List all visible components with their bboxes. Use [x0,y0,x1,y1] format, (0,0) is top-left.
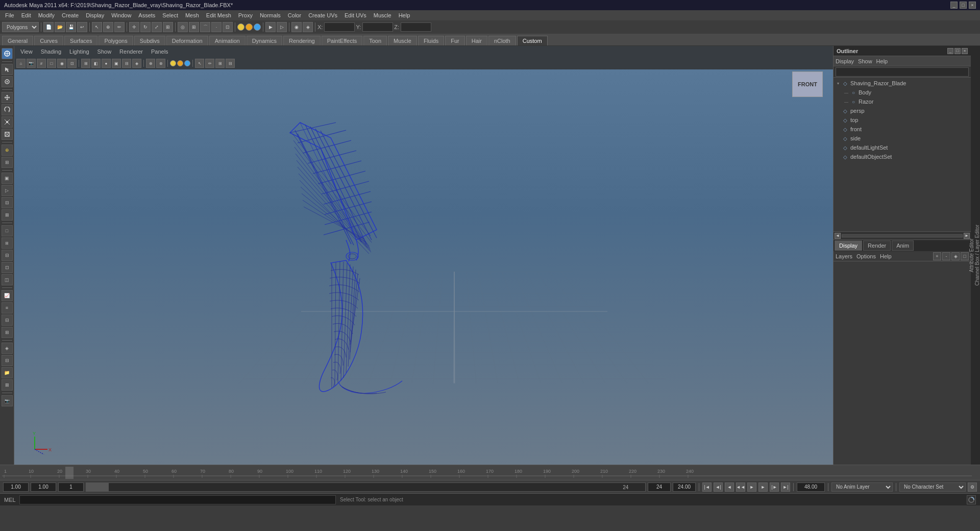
soft-select[interactable]: ◎ [178,22,188,32]
vp-menu-shading[interactable]: Shading [38,47,64,56]
new-file-button[interactable]: 📄 [43,22,54,32]
outliner-float[interactable]: □ [954,48,961,54]
tab-fur[interactable]: Fur [445,36,465,45]
vp-hardware-tex[interactable]: ⊟ [122,59,131,68]
outliner-item-object-set[interactable]: ◇ defaultObjectSet [834,152,971,161]
attribute-editor-label[interactable]: Attribute Editor [969,236,974,274]
next-keyframe-btn[interactable]: |► [770,482,779,492]
snap-curve[interactable]: ⌒ [200,22,210,32]
vr-btn[interactable]: ⊟ [2,197,13,208]
camera-seq-btn[interactable]: ⊞ [2,327,13,338]
outliner-item-razor-blade[interactable]: ▾ ◇ Shaving_Razor_Blade [834,79,971,88]
menu-display[interactable]: Display [83,11,107,19]
render-view-btn[interactable]: ▣ [2,173,13,184]
vp-smooth-btn[interactable]: ◉ [57,59,66,68]
outliner-scroll-track[interactable] [842,234,963,237]
workspace-icon[interactable] [2,48,13,59]
tab-fluids[interactable]: Fluids [418,36,444,45]
side-by-side-btn[interactable]: ⊟ [2,250,13,261]
outliner-show-menu[interactable]: Show [858,58,872,64]
cb-new-layer-btn[interactable]: + [933,252,941,260]
mode-dropdown[interactable]: Polygons [2,22,39,32]
ipr-render-btn[interactable]: ▷ [2,185,13,196]
color-orb-orange[interactable] [246,23,253,31]
tab-polygons[interactable]: Polygons [99,36,133,45]
outliner-item-body[interactable]: — ○ Body [834,88,971,97]
z-field[interactable] [401,22,431,32]
vp-wireframe-shade[interactable]: ⊞ [81,59,90,68]
current-frame-field[interactable] [58,482,84,492]
timeline-ruler[interactable]: 1 10 20 30 40 50 60 70 80 90 100 110 120… [0,465,980,480]
character-set-dropdown[interactable]: No Character Set [899,482,966,492]
command-input[interactable] [19,495,336,504]
dope-sheet-btn[interactable]: ≡ [2,302,13,313]
cb-tab-display[interactable]: Display [835,240,862,251]
cb-delete-layer-btn[interactable]: - [942,252,950,260]
vp-ambient-occ[interactable]: ◈ [132,59,141,68]
expand-icon-razor[interactable]: ▾ [836,81,841,86]
step-back-btn[interactable]: ◄ [725,482,734,492]
universal-manip[interactable]: ⊞ [163,22,173,32]
menu-modify[interactable]: Modify [35,11,58,19]
tab-painteffects[interactable]: PaintEffects [322,36,363,45]
single-view-btn[interactable]: □ [2,225,13,236]
vp-context-btn[interactable]: ⊞ [215,59,225,68]
view-cube-label[interactable]: FRONT [792,71,823,97]
undo-button[interactable]: ↩ [77,22,87,32]
prev-keyframe-btn[interactable]: ◄| [714,482,723,492]
rotate-btn[interactable] [2,104,13,115]
range-end-field[interactable] [648,482,671,492]
vp-texture-btn[interactable]: ▣ [112,59,121,68]
outliner-help-menu[interactable]: Help [876,58,888,64]
vp-home-btn[interactable]: ⌂ [16,59,26,68]
anim-layer-dropdown[interactable]: No Anim Layer [831,482,893,492]
scale-btn[interactable] [2,116,13,128]
show-manipulator-btn[interactable]: ⊕ [2,144,13,156]
color-orb-yellow[interactable] [237,23,244,31]
vp-menu-show[interactable]: Show [94,47,115,56]
outliner-item-top[interactable]: ◇ top [834,115,971,125]
minimize-button[interactable]: _ [950,2,958,9]
go-to-end-btn[interactable]: ►| [781,482,790,492]
vp-joint-xray[interactable]: ⊗ [156,59,165,68]
menu-normals[interactable]: Normals [257,11,284,19]
lasso-select[interactable]: ⊕ [103,22,113,32]
move-tool[interactable]: ✛ [129,22,139,32]
go-to-start-btn[interactable]: |◄ [702,482,712,492]
vp-wireframe-btn[interactable]: □ [47,59,56,68]
menu-mesh[interactable]: Mesh [182,11,202,19]
ipr-btn[interactable]: ▷ [277,22,287,32]
isolate-btn[interactable]: ◈ [303,22,313,32]
snap-view[interactable]: ⊡ [223,22,233,32]
vp-smooth-shade[interactable]: ● [102,59,111,68]
menu-create[interactable]: Create [59,11,82,19]
asset-browser-btn[interactable]: 📁 [2,367,13,378]
menu-create-uvs[interactable]: Create UVs [305,11,340,19]
trax-editor-btn[interactable]: ⊟ [2,315,13,326]
tab-general[interactable]: General [2,36,33,45]
start-frame-field[interactable] [3,482,29,492]
vp-menu-lighting[interactable]: Lighting [66,47,92,56]
outliner-close[interactable]: × [962,48,968,54]
tab-ncloth[interactable]: nCloth [488,36,516,45]
tab-muscle[interactable]: Muscle [388,36,417,45]
scale-tool[interactable]: ⤢ [152,22,162,32]
y-field[interactable] [362,22,393,32]
tab-surfaces[interactable]: Surfaces [64,36,97,45]
close-button[interactable]: × [969,2,976,9]
outliner-search-input[interactable] [836,67,969,77]
tab-deformation[interactable]: Deformation [166,36,208,45]
tab-curves[interactable]: Curves [34,36,63,45]
hypershade-btn[interactable]: ◈ [2,343,13,354]
channel-box-strip-label[interactable]: Channel Box / Layer Editor [974,223,980,288]
vp-isolate-btn[interactable]: ⊟ [226,59,235,68]
menu-edit-uvs[interactable]: Edit UVs [341,11,370,19]
outliner-item-light-set[interactable]: ◇ defaultLightSet [834,143,971,152]
paint-select-btn[interactable] [2,76,13,87]
four-view-btn[interactable]: ⊞ [2,237,13,249]
attr-spread-btn[interactable]: ⊠ [2,379,13,391]
timeline-scrub[interactable]: 24 [86,482,646,492]
view-cube[interactable]: FRONT [792,71,823,97]
render-btn[interactable]: ▶ [265,22,276,32]
snap-point[interactable]: · [211,22,222,32]
